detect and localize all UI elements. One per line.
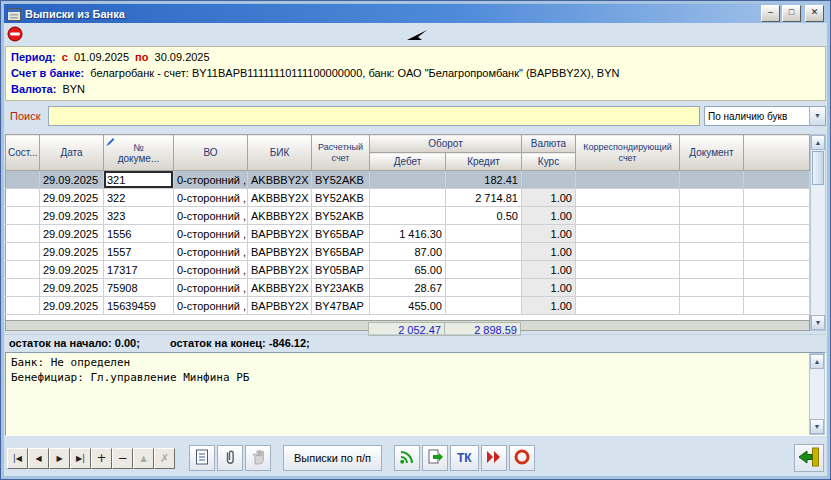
memo-scrollbar[interactable]: ▲ ▼	[809, 353, 825, 435]
cell-doc-number[interactable]: 323	[104, 207, 174, 225]
cell-credit[interactable]	[446, 243, 522, 261]
cell-state[interactable]	[6, 225, 40, 243]
cell-vo[interactable]: 0-сторонний ,	[174, 261, 248, 279]
scroll-up-icon[interactable]: ▲	[811, 135, 825, 150]
export-signal-button[interactable]	[394, 445, 420, 471]
tk-button[interactable]: ТК	[450, 445, 479, 471]
close-button[interactable]: ✕	[805, 5, 824, 22]
cell-bik[interactable]: BAPBBY2X	[248, 297, 312, 315]
nav-cancel-button[interactable]: ✗	[154, 448, 175, 469]
cell-debit[interactable]: 65.00	[370, 261, 446, 279]
nav-first-button[interactable]: |◀	[7, 448, 28, 469]
cell-rate[interactable]: 1.00	[522, 207, 576, 225]
cell-date[interactable]: 29.09.2025	[40, 243, 104, 261]
nav-next-button[interactable]: ▶	[49, 448, 70, 469]
cell-corr-account[interactable]	[576, 297, 680, 315]
cell-credit[interactable]: 182.41	[446, 171, 522, 189]
cell-document[interactable]	[680, 279, 744, 297]
stop-button[interactable]	[7, 26, 23, 42]
table-row[interactable]: 29.09.2025 322 0-сторонний , AKBBBY2X BY…	[6, 189, 810, 207]
cell-bik[interactable]: AKBBBY2X	[248, 207, 312, 225]
cell-account[interactable]: BY47BAP	[312, 297, 370, 315]
cell-debit[interactable]: 28.67	[370, 279, 446, 297]
col-header-debit[interactable]: Дебет	[370, 153, 446, 171]
titlebar[interactable]: Выписки из Банка – □ ✕	[4, 4, 827, 23]
cell-account[interactable]: BY52AKB	[312, 207, 370, 225]
cell-doc-number[interactable]: 322	[104, 189, 174, 207]
cell-rate[interactable]: 1.00	[522, 243, 576, 261]
cell-document[interactable]	[680, 207, 744, 225]
col-header-account[interactable]: Расчетный счет	[312, 135, 370, 171]
cell-debit[interactable]: 455.00	[370, 297, 446, 315]
cell-date[interactable]: 29.09.2025	[40, 207, 104, 225]
nav-insert-button[interactable]: +	[91, 448, 112, 469]
maximize-button[interactable]: □	[782, 5, 801, 22]
cell-state[interactable]	[6, 171, 40, 189]
col-header-credit[interactable]: Кредит	[446, 153, 522, 171]
cell-corr-account[interactable]	[576, 171, 680, 189]
cell-account[interactable]: BY52AKB	[312, 171, 370, 189]
cell-vo[interactable]: 0-сторонний ,	[174, 243, 248, 261]
col-header-turnover[interactable]: Оборот	[370, 135, 522, 153]
cell-doc-number[interactable]: 1556	[104, 225, 174, 243]
cell-date[interactable]: 29.09.2025	[40, 225, 104, 243]
cell-bik[interactable]: BAPBBY2X	[248, 243, 312, 261]
document-button[interactable]	[189, 445, 215, 471]
table-row[interactable]: 29.09.2025 323 0-сторонний , AKBBBY2X BY…	[6, 207, 810, 225]
scrollbar-thumb[interactable]	[812, 151, 824, 185]
col-header-rate[interactable]: Курс	[522, 153, 576, 171]
fast-forward-button[interactable]	[481, 445, 507, 471]
cell-credit[interactable]	[446, 279, 522, 297]
search-input[interactable]	[48, 106, 700, 126]
cell-rate[interactable]: 1.00	[522, 261, 576, 279]
scroll-up-icon[interactable]: ▲	[810, 354, 824, 369]
col-header-bik[interactable]: БИК	[248, 135, 312, 171]
cell-debit[interactable]: 87.00	[370, 243, 446, 261]
col-header-date[interactable]: Дата	[40, 135, 104, 171]
cell-bik[interactable]: BAPBBY2X	[248, 225, 312, 243]
cell-date[interactable]: 29.09.2025	[40, 189, 104, 207]
cell-corr-account[interactable]	[576, 279, 680, 297]
col-header-currency[interactable]: Валюта	[522, 135, 576, 153]
cell-vo[interactable]: 0-сторонний ,	[174, 279, 248, 297]
scrollbar-track[interactable]	[811, 150, 825, 315]
cell-date[interactable]: 29.09.2025	[40, 279, 104, 297]
cell-vo[interactable]: 0-сторонний ,	[174, 189, 248, 207]
sphere-button[interactable]	[509, 445, 535, 471]
cell-state[interactable]	[6, 243, 40, 261]
cell-date[interactable]: 29.09.2025	[40, 171, 104, 189]
cell-account[interactable]: BY05BAP	[312, 261, 370, 279]
cell-document[interactable]	[680, 189, 744, 207]
cell-state[interactable]	[6, 261, 40, 279]
cell-document[interactable]	[680, 225, 744, 243]
col-header-corr-account[interactable]: Корреспондирующий счет	[576, 135, 680, 171]
export-document-button[interactable]	[422, 445, 448, 471]
cell-vo[interactable]: 0-сторонний ,	[174, 207, 248, 225]
cell-vo[interactable]: 0-сторонний ,	[174, 225, 248, 243]
cell-rate[interactable]: 1.00	[522, 297, 576, 315]
cell-rate[interactable]	[522, 171, 576, 189]
cell-bik[interactable]: AKBBBY2X	[248, 171, 312, 189]
cell-document[interactable]	[680, 297, 744, 315]
memo-panel[interactable]: Банк: Не определен Бенефициар: Гл.управл…	[5, 352, 826, 436]
exit-button[interactable]	[794, 444, 824, 472]
cell-doc-number[interactable]: 1557	[104, 243, 174, 261]
cell-bik[interactable]: BAPBBY2X	[248, 261, 312, 279]
cell-document[interactable]	[680, 243, 744, 261]
cell-state[interactable]	[6, 279, 40, 297]
attachment-button[interactable]	[217, 445, 243, 471]
cell-date[interactable]: 29.09.2025	[40, 261, 104, 279]
cell-date[interactable]: 29.09.2025	[40, 297, 104, 315]
cell-corr-account[interactable]	[576, 261, 680, 279]
nav-last-button[interactable]: ▶|	[70, 448, 91, 469]
statements-by-pp-button[interactable]: Выписки по п/п	[283, 445, 382, 471]
cell-credit[interactable]: 0.50	[446, 207, 522, 225]
cell-corr-account[interactable]	[576, 189, 680, 207]
cell-account[interactable]: BY52AKB	[312, 189, 370, 207]
cell-document[interactable]	[680, 171, 744, 189]
minimize-button[interactable]: –	[761, 5, 780, 22]
col-header-document[interactable]: Документ	[680, 135, 744, 171]
cell-vo[interactable]: 0-сторонний ,	[174, 297, 248, 315]
cell-state[interactable]	[6, 207, 40, 225]
cell-debit[interactable]: 1 416.30	[370, 225, 446, 243]
